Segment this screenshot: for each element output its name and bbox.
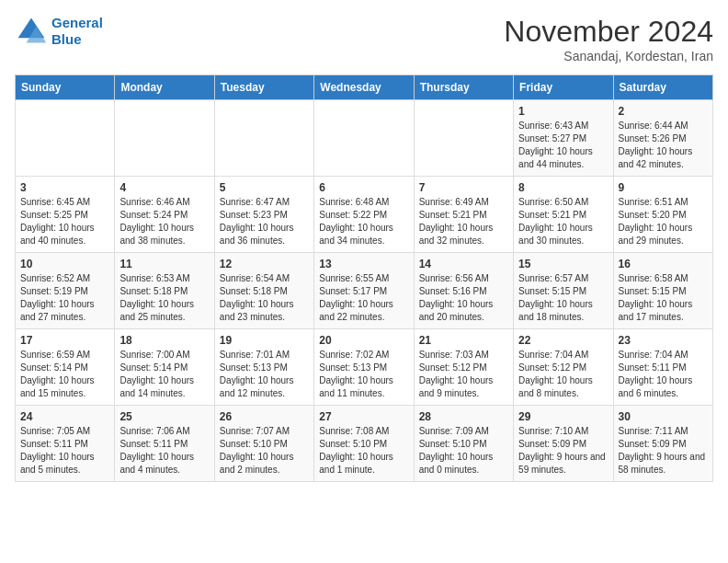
calendar-cell: 13Sunrise: 6:55 AMSunset: 5:17 PMDayligh… [314, 253, 414, 329]
day-detail: Sunrise: 7:09 AMSunset: 5:10 PMDaylight:… [419, 425, 508, 477]
calendar-cell: 15Sunrise: 6:57 AMSunset: 5:15 PMDayligh… [514, 253, 613, 329]
weekday-header: Saturday [613, 75, 712, 100]
weekday-header: Tuesday [214, 75, 313, 100]
calendar-cell: 23Sunrise: 7:04 AMSunset: 5:11 PMDayligh… [613, 329, 712, 406]
calendar-cell: 1Sunrise: 6:43 AMSunset: 5:27 PMDaylight… [514, 100, 613, 177]
weekday-header: Friday [514, 75, 613, 100]
day-detail: Sunrise: 6:44 AMSunset: 5:26 PMDaylight:… [619, 120, 708, 171]
day-detail: Sunrise: 6:52 AMSunset: 5:19 PMDaylight:… [20, 272, 109, 324]
calendar-cell: 24Sunrise: 7:05 AMSunset: 5:11 PMDayligh… [16, 406, 115, 482]
calendar-week-row: 1Sunrise: 6:43 AMSunset: 5:27 PMDaylight… [16, 100, 713, 177]
day-detail: Sunrise: 6:51 AMSunset: 5:20 PMDaylight:… [619, 196, 708, 247]
calendar-cell: 25Sunrise: 7:06 AMSunset: 5:11 PMDayligh… [115, 406, 214, 482]
day-number: 4 [119, 181, 209, 194]
weekday-header-row: SundayMondayTuesdayWednesdayThursdayFrid… [16, 75, 713, 100]
day-detail: Sunrise: 6:54 AMSunset: 5:18 PMDaylight:… [220, 272, 309, 324]
calendar-cell: 16Sunrise: 6:58 AMSunset: 5:15 PMDayligh… [613, 253, 712, 329]
calendar-week-row: 10Sunrise: 6:52 AMSunset: 5:19 PMDayligh… [16, 253, 713, 329]
calendar-cell: 10Sunrise: 6:52 AMSunset: 5:19 PMDayligh… [16, 253, 115, 329]
calendar-cell [16, 100, 115, 177]
day-detail: Sunrise: 7:04 AMSunset: 5:11 PMDaylight:… [619, 349, 708, 400]
weekday-header: Monday [115, 75, 214, 100]
day-detail: Sunrise: 6:53 AMSunset: 5:18 PMDaylight:… [119, 272, 209, 324]
day-number: 16 [619, 258, 708, 270]
calendar-cell: 2Sunrise: 6:44 AMSunset: 5:26 PMDaylight… [613, 100, 712, 177]
calendar-cell: 29Sunrise: 7:10 AMSunset: 5:09 PMDayligh… [514, 406, 613, 482]
weekday-header: Thursday [414, 75, 513, 100]
calendar-cell: 19Sunrise: 7:01 AMSunset: 5:13 PMDayligh… [214, 329, 313, 406]
title-block: November 2024 Sanandaj, Kordestan, Iran [504, 15, 713, 63]
day-number: 11 [119, 258, 209, 270]
calendar-cell: 11Sunrise: 6:53 AMSunset: 5:18 PMDayligh… [115, 253, 214, 329]
day-detail: Sunrise: 7:02 AMSunset: 5:13 PMDaylight:… [319, 349, 408, 400]
day-number: 27 [319, 410, 408, 423]
calendar-cell [314, 100, 414, 177]
day-number: 5 [220, 181, 309, 194]
location: Sanandaj, Kordestan, Iran [504, 49, 713, 63]
calendar-cell: 4Sunrise: 6:46 AMSunset: 5:24 PMDaylight… [115, 177, 214, 253]
calendar-cell: 26Sunrise: 7:07 AMSunset: 5:10 PMDayligh… [214, 406, 313, 482]
calendar-cell: 21Sunrise: 7:03 AMSunset: 5:12 PMDayligh… [414, 329, 513, 406]
day-detail: Sunrise: 7:06 AMSunset: 5:11 PMDaylight:… [119, 425, 209, 477]
day-number: 28 [419, 410, 508, 423]
day-number: 13 [319, 258, 408, 270]
month-title: November 2024 [504, 15, 713, 49]
day-number: 8 [518, 181, 608, 194]
weekday-header: Wednesday [314, 75, 414, 100]
calendar-cell: 5Sunrise: 6:47 AMSunset: 5:23 PMDaylight… [214, 177, 313, 253]
calendar-week-row: 3Sunrise: 6:45 AMSunset: 5:25 PMDaylight… [16, 177, 713, 253]
day-number: 19 [220, 334, 309, 347]
calendar-cell: 9Sunrise: 6:51 AMSunset: 5:20 PMDaylight… [613, 177, 712, 253]
day-detail: Sunrise: 7:03 AMSunset: 5:12 PMDaylight:… [419, 349, 508, 400]
day-number: 23 [619, 334, 708, 347]
day-detail: Sunrise: 7:04 AMSunset: 5:12 PMDaylight:… [518, 349, 608, 400]
calendar-cell: 30Sunrise: 7:11 AMSunset: 5:09 PMDayligh… [613, 406, 712, 482]
day-detail: Sunrise: 6:46 AMSunset: 5:24 PMDaylight:… [119, 196, 209, 247]
day-number: 29 [518, 410, 608, 423]
day-number: 22 [518, 334, 608, 347]
logo: General Blue [15, 15, 103, 48]
day-detail: Sunrise: 7:08 AMSunset: 5:10 PMDaylight:… [319, 425, 408, 477]
day-number: 17 [20, 334, 109, 347]
calendar-cell: 27Sunrise: 7:08 AMSunset: 5:10 PMDayligh… [314, 406, 414, 482]
day-number: 9 [619, 181, 708, 194]
day-number: 21 [419, 334, 508, 347]
day-detail: Sunrise: 6:47 AMSunset: 5:23 PMDaylight:… [220, 196, 309, 247]
calendar-cell: 18Sunrise: 7:00 AMSunset: 5:14 PMDayligh… [115, 329, 214, 406]
day-detail: Sunrise: 6:56 AMSunset: 5:16 PMDaylight:… [419, 272, 508, 324]
calendar-cell: 22Sunrise: 7:04 AMSunset: 5:12 PMDayligh… [514, 329, 613, 406]
day-detail: Sunrise: 7:11 AMSunset: 5:09 PMDaylight:… [619, 425, 708, 477]
day-number: 20 [319, 334, 408, 347]
day-detail: Sunrise: 7:10 AMSunset: 5:09 PMDaylight:… [518, 425, 608, 477]
day-detail: Sunrise: 7:00 AMSunset: 5:14 PMDaylight:… [119, 349, 209, 400]
day-number: 25 [119, 410, 209, 423]
calendar-cell [214, 100, 313, 177]
day-detail: Sunrise: 7:05 AMSunset: 5:11 PMDaylight:… [20, 425, 109, 477]
calendar-cell [115, 100, 214, 177]
calendar-cell [414, 100, 513, 177]
calendar-week-row: 24Sunrise: 7:05 AMSunset: 5:11 PMDayligh… [16, 406, 713, 482]
day-number: 1 [518, 105, 608, 118]
calendar-cell: 17Sunrise: 6:59 AMSunset: 5:14 PMDayligh… [16, 329, 115, 406]
logo-icon [15, 15, 48, 48]
calendar-cell: 14Sunrise: 6:56 AMSunset: 5:16 PMDayligh… [414, 253, 513, 329]
day-number: 26 [220, 410, 309, 423]
logo-text: General Blue [51, 15, 103, 48]
day-number: 7 [419, 181, 508, 194]
calendar-cell: 7Sunrise: 6:49 AMSunset: 5:21 PMDaylight… [414, 177, 513, 253]
day-detail: Sunrise: 6:58 AMSunset: 5:15 PMDaylight:… [619, 272, 708, 324]
calendar-cell: 12Sunrise: 6:54 AMSunset: 5:18 PMDayligh… [214, 253, 313, 329]
day-number: 24 [20, 410, 109, 423]
calendar-cell: 28Sunrise: 7:09 AMSunset: 5:10 PMDayligh… [414, 406, 513, 482]
day-detail: Sunrise: 6:45 AMSunset: 5:25 PMDaylight:… [20, 196, 109, 247]
day-detail: Sunrise: 6:48 AMSunset: 5:22 PMDaylight:… [319, 196, 408, 247]
day-number: 14 [419, 258, 508, 270]
day-detail: Sunrise: 6:55 AMSunset: 5:17 PMDaylight:… [319, 272, 408, 324]
day-detail: Sunrise: 6:43 AMSunset: 5:27 PMDaylight:… [518, 120, 608, 171]
calendar-cell: 20Sunrise: 7:02 AMSunset: 5:13 PMDayligh… [314, 329, 414, 406]
day-detail: Sunrise: 6:59 AMSunset: 5:14 PMDaylight:… [20, 349, 109, 400]
calendar-table: SundayMondayTuesdayWednesdayThursdayFrid… [15, 75, 713, 482]
calendar-cell: 6Sunrise: 6:48 AMSunset: 5:22 PMDaylight… [314, 177, 414, 253]
page-header: General Blue November 2024 Sanandaj, Kor… [15, 15, 713, 63]
calendar-week-row: 17Sunrise: 6:59 AMSunset: 5:14 PMDayligh… [16, 329, 713, 406]
